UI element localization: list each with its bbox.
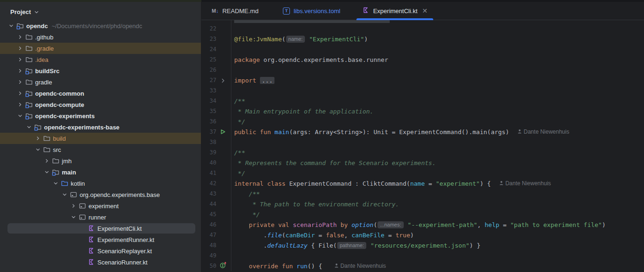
tree-item-gradle[interactable]: gradle <box>0 76 201 88</box>
code-line-37[interactable]: 37public fun main(args: Array<String>): … <box>201 127 644 137</box>
code-token: ( <box>282 36 286 43</box>
code-token: "path to experiment file" <box>511 221 602 228</box>
code-line-44[interactable]: 44 * The path to the environment directo… <box>201 199 644 209</box>
chevron-collapsed-icon[interactable] <box>70 202 77 210</box>
kotlin-file-icon <box>87 225 95 233</box>
code-line-24[interactable]: 24 <box>201 44 644 54</box>
tree-item-opendc-compute[interactable]: opendc-compute <box>0 99 201 110</box>
tab-close-icon[interactable]: ✕ <box>422 8 428 14</box>
code-line-45[interactable]: 45 */ <box>201 209 644 219</box>
code-line-22[interactable]: 22 <box>201 23 644 34</box>
chevron-expanded-icon[interactable] <box>25 123 33 131</box>
parameter-hint-chip[interactable]: ...names: <box>378 221 403 228</box>
code-line-40[interactable]: 40 * Represents the command for the Scen… <box>201 158 644 168</box>
code-editor[interactable]: 2223@file:JvmName(name: "ExperimentCli")… <box>201 20 644 272</box>
code-token: ) <box>410 232 414 239</box>
code-token: fun <box>282 263 293 270</box>
code-line-23[interactable]: 23@file:JvmName(name: "ExperimentCli") <box>201 34 644 44</box>
code-line-38[interactable]: 38 <box>201 137 644 147</box>
tree-item-jmh[interactable]: jmh <box>0 155 201 166</box>
code-token: @file:JvmName <box>234 36 282 43</box>
code-line-25[interactable]: 25package org.opendc.experiments.base.ru… <box>201 54 644 65</box>
chevron-collapsed-icon[interactable] <box>43 157 51 165</box>
line-number: 42 <box>201 180 216 187</box>
run-gutter-icon[interactable] <box>220 128 226 136</box>
code-line-39[interactable]: 39/** <box>201 147 644 158</box>
tree-item-buildsrc[interactable]: buildSrc <box>0 65 201 76</box>
code-line-33[interactable]: 33 <box>201 85 644 96</box>
tree-item-runner[interactable]: runner <box>0 212 201 223</box>
fold-region-icon[interactable] <box>221 76 225 85</box>
code-line-50[interactable]: 50 override fun run() { Dante Niewenhuis <box>201 261 644 271</box>
code-line-42[interactable]: 42internal class ExperimentCommand : Cli… <box>201 178 644 189</box>
tab-experimentcli-kt[interactable]: ExperimentCli.kt✕ <box>355 2 434 20</box>
folded-imports-chip[interactable]: ... <box>260 77 274 84</box>
code-token: by <box>341 221 348 228</box>
code-token: = <box>315 232 326 239</box>
tree-item-idea[interactable]: .idea <box>0 54 201 65</box>
chevron-expanded-icon[interactable] <box>43 168 51 176</box>
tree-item-build[interactable]: build <box>0 133 201 144</box>
tree-item-experimentcli-kt[interactable]: ExperimentCli.kt <box>0 223 201 234</box>
chevron-expanded-icon[interactable] <box>70 213 77 221</box>
chevron-collapsed-icon[interactable] <box>16 90 24 97</box>
tree-item-opendc-experiments[interactable]: opendc-experiments <box>0 110 201 121</box>
chevron-collapsed-icon[interactable] <box>34 135 42 142</box>
chevron-collapsed-icon[interactable] <box>16 33 24 41</box>
chevron-collapsed-icon[interactable] <box>16 78 24 86</box>
code-token <box>305 36 309 43</box>
tree-item-experiment[interactable]: experiment <box>0 200 201 212</box>
line-number: 48 <box>201 242 216 249</box>
code-token <box>274 221 278 228</box>
tree-item-scenariorunner-kt[interactable]: ScenarioRunner.kt <box>0 257 201 268</box>
author-annotation[interactable]: Dante Niewenhuis <box>334 263 386 269</box>
chevron-expanded-icon[interactable] <box>16 112 24 120</box>
tree-item-gradle[interactable]: .gradle <box>0 43 201 54</box>
code-line-text: private val scenarioPath by option(...na… <box>231 221 606 228</box>
author-annotation[interactable]: Dante Niewenhuis <box>518 128 569 135</box>
tree-item-opendc[interactable]: opendc~/Documents/vincent/phd/opendc <box>0 20 201 31</box>
tree-item-opendc-common[interactable]: opendc-common <box>0 88 201 99</box>
parameter-hint-chip[interactable]: name: <box>286 36 305 43</box>
code-token: . <box>234 232 267 239</box>
chevron-collapsed-icon[interactable] <box>16 101 24 108</box>
module-icon <box>25 112 33 120</box>
code-line-49[interactable]: 49 <box>201 250 644 261</box>
author-annotation[interactable]: Dante Niewenhuis <box>499 180 551 187</box>
chevron-collapsed-icon[interactable] <box>16 67 24 75</box>
code-line-41[interactable]: 41 */ <box>201 168 644 178</box>
tree-item-label: buildSrc <box>35 68 59 75</box>
tree-item-org-opendc-experiments-base[interactable]: org.opendc.experiments.base <box>0 189 201 200</box>
code-line-35[interactable]: 35 * Main entrypoint of the application. <box>201 106 644 116</box>
code-line-47[interactable]: 47 .file(canBeDir = false, canBeFile = t… <box>201 230 644 240</box>
code-line-36[interactable]: 36 */ <box>201 116 644 127</box>
tree-item-github[interactable]: .github <box>0 31 201 43</box>
parameter-hint-chip[interactable]: pathname: <box>337 242 366 249</box>
chevron-expanded-icon[interactable] <box>34 146 42 153</box>
chevron-collapsed-icon[interactable] <box>16 56 24 63</box>
tab-readme-md[interactable]: M↓README.md <box>205 2 265 20</box>
code-line-48[interactable]: 48 .defaultLazy { File(pathname: "resour… <box>201 240 644 250</box>
tree-item-kotlin[interactable]: kotlin <box>0 178 201 189</box>
chevron-expanded-icon[interactable] <box>61 191 68 198</box>
module-icon <box>34 123 42 131</box>
chevron-collapsed-icon[interactable] <box>16 45 24 52</box>
code-line-34[interactable]: 34/** <box>201 96 644 106</box>
tree-item-scenarioreplayer-kt[interactable]: ScenarioReplayer.kt <box>0 245 201 257</box>
tab-libs-versions-toml[interactable]: Tlibs.versions.toml <box>276 2 347 20</box>
folder-icon <box>25 45 33 53</box>
project-view-dropdown[interactable]: Project <box>0 0 201 16</box>
window-top-edge <box>0 0 201 2</box>
chevron-expanded-icon[interactable] <box>52 180 59 187</box>
code-line-43[interactable]: 43 /** <box>201 189 644 199</box>
chevron-expanded-icon[interactable] <box>7 22 15 30</box>
code-line-27[interactable]: 27import ... <box>201 75 644 85</box>
tree-item-main[interactable]: main <box>0 166 201 178</box>
tree-item-label: ExperimentRunner.kt <box>97 236 154 243</box>
tree-item-src[interactable]: src <box>0 144 201 155</box>
tree-item-opendc-experiments-base[interactable]: opendc-experiments-base <box>0 121 201 133</box>
tree-item-experimentrunner-kt[interactable]: ExperimentRunner.kt <box>0 234 201 245</box>
code-line-26[interactable]: 26 <box>201 65 644 75</box>
code-line-46[interactable]: 46 private val scenarioPath by option(..… <box>201 219 644 230</box>
override-gutter-icon[interactable] <box>220 262 227 271</box>
